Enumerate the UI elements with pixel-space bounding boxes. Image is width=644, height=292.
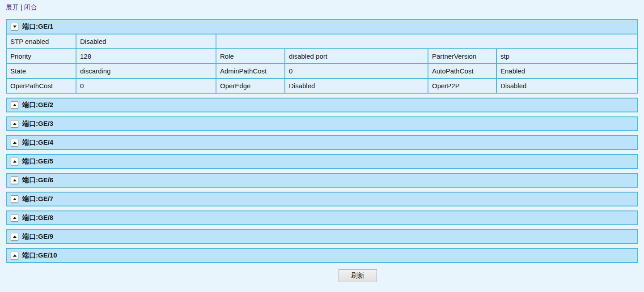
field-value: Enabled: [496, 64, 638, 78]
section-header-ge6[interactable]: 端口:GE/6: [6, 173, 638, 188]
expand-toggle-icon[interactable]: [11, 120, 18, 128]
port-section-ge6: 端口:GE/6: [6, 173, 638, 188]
triangle-up-icon: [13, 104, 17, 106]
link-separator: |: [21, 4, 22, 11]
field-value: Disabled: [76, 34, 216, 49]
triangle-up-icon: [13, 254, 17, 257]
port-section-ge8: 端口:GE/8: [6, 210, 638, 225]
expand-all-link[interactable]: 展开: [6, 4, 19, 11]
field-label: AutoPathCost: [428, 64, 496, 78]
triangle-up-icon: [13, 123, 17, 125]
section-title: 端口:GE/6: [22, 176, 53, 185]
toolbar: 展开|闭合: [6, 3, 638, 11]
field-label: OperPathCost: [6, 78, 76, 93]
port-section-ge4: 端口:GE/4: [6, 135, 638, 150]
field-value: Disabled: [285, 78, 428, 93]
expand-toggle-icon[interactable]: [11, 214, 18, 222]
section-title: 端口:GE/2: [22, 101, 53, 109]
field-label: Priority: [6, 49, 76, 64]
section-title: 端口:GE/5: [22, 157, 53, 166]
section-header-ge4[interactable]: 端口:GE/4: [6, 135, 638, 150]
section-header-ge8[interactable]: 端口:GE/8: [6, 210, 638, 225]
triangle-up-icon: [13, 217, 17, 219]
table-row: STP enabled Disabled: [6, 34, 638, 49]
table-row: State discarding AdminPathCost 0 AutoPat…: [6, 64, 638, 78]
collapse-all-link[interactable]: 闭合: [24, 4, 37, 11]
field-label: STP enabled: [6, 34, 76, 49]
section-header-ge2[interactable]: 端口:GE/2: [6, 98, 638, 112]
expand-toggle-icon[interactable]: [11, 139, 18, 146]
triangle-up-icon: [13, 179, 17, 181]
port-section-ge2: 端口:GE/2: [6, 98, 638, 112]
expand-toggle-icon[interactable]: [11, 252, 18, 259]
field-label: OperEdge: [216, 78, 285, 93]
port-details-table: STP enabled Disabled Priority 128 Role d…: [6, 34, 638, 94]
field-value: stp: [496, 49, 638, 64]
expand-toggle-icon[interactable]: [11, 158, 18, 165]
section-title: 端口:GE/7: [22, 195, 53, 203]
field-label: AdminPathCost: [216, 64, 285, 78]
triangle-up-icon: [13, 160, 17, 163]
section-header-ge10[interactable]: 端口:GE/10: [6, 248, 638, 263]
section-title: 端口:GE/9: [22, 232, 53, 241]
field-label: PartnerVersion: [428, 49, 496, 64]
refresh-button[interactable]: 刷新: [339, 269, 377, 282]
field-value: 0: [285, 64, 428, 78]
section-title: 端口:GE/1: [22, 22, 53, 31]
section-title: 端口:GE/3: [22, 120, 53, 128]
section-title: 端口:GE/4: [22, 138, 53, 147]
field-value: discarding: [76, 64, 216, 78]
port-section-ge10: 端口:GE/10: [6, 248, 638, 263]
field-value: 128: [76, 49, 216, 64]
page-content: 展开|闭合 端口:GE/1 STP enabled Disabled Prior…: [0, 0, 644, 282]
section-header-ge5[interactable]: 端口:GE/5: [6, 154, 638, 169]
triangle-down-icon: [13, 26, 17, 28]
triangle-up-icon: [13, 198, 17, 200]
field-value: Disabled: [496, 78, 638, 93]
triangle-up-icon: [13, 142, 17, 144]
field-value: disabled port: [285, 49, 428, 64]
table-row: OperPathCost 0 OperEdge Disabled OperP2P…: [6, 78, 638, 93]
expand-toggle-icon[interactable]: [11, 195, 18, 203]
collapse-toggle-icon[interactable]: [11, 23, 18, 30]
footer: 刷新: [6, 269, 638, 282]
expand-toggle-icon[interactable]: [11, 233, 18, 240]
section-title: 端口:GE/8: [22, 214, 53, 222]
port-section-ge1: 端口:GE/1 STP enabled Disabled Priority 12…: [6, 19, 638, 94]
empty-cell: [216, 34, 638, 49]
section-title: 端口:GE/10: [22, 251, 57, 260]
port-section-ge9: 端口:GE/9: [6, 229, 638, 244]
field-value: 0: [76, 78, 216, 93]
port-section-ge3: 端口:GE/3: [6, 116, 638, 131]
triangle-up-icon: [13, 236, 17, 238]
port-section-ge5: 端口:GE/5: [6, 154, 638, 169]
section-header-ge3[interactable]: 端口:GE/3: [6, 116, 638, 131]
table-row: Priority 128 Role disabled port PartnerV…: [6, 49, 638, 64]
port-section-ge7: 端口:GE/7: [6, 192, 638, 206]
section-header-ge7[interactable]: 端口:GE/7: [6, 192, 638, 206]
field-label: OperP2P: [428, 78, 496, 93]
expand-toggle-icon[interactable]: [11, 176, 18, 184]
section-header-ge9[interactable]: 端口:GE/9: [6, 229, 638, 244]
field-label: Role: [216, 49, 285, 64]
section-header-ge1[interactable]: 端口:GE/1: [6, 19, 638, 34]
expand-toggle-icon[interactable]: [11, 101, 18, 109]
field-label: State: [6, 64, 76, 78]
